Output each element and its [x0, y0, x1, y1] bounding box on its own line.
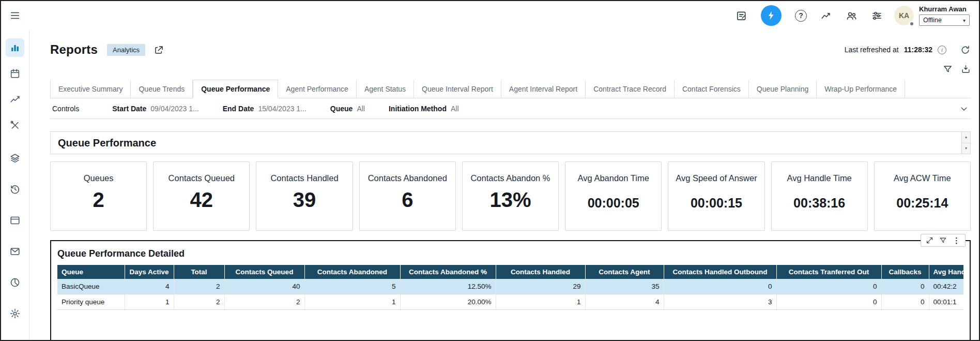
tab-agent-interval-report[interactable]: Agent Interval Report — [501, 80, 586, 98]
cell: 4 — [125, 279, 174, 294]
tab-executive-summary[interactable]: Executive Summary — [50, 80, 131, 98]
sidebar-item-reports[interactable] — [6, 38, 24, 57]
tab-queue-planning[interactable]: Queue Planning — [749, 80, 817, 98]
tab-queue-interval-report[interactable]: Queue Interval Report — [414, 80, 501, 98]
filter-button[interactable] — [943, 64, 953, 74]
collapse-controls-button[interactable] — [959, 104, 969, 113]
contacts-button[interactable] — [846, 10, 858, 22]
avatar[interactable]: KA — [894, 6, 914, 25]
control-start-date[interactable]: Start Date 09/04/2023 1... — [112, 105, 199, 113]
chevron-down-icon: ▾ — [963, 18, 966, 23]
tab-queue-trends[interactable]: Queue Trends — [131, 80, 193, 98]
cell: 4 — [585, 294, 664, 310]
last-refreshed-time: 11:28:32 — [904, 46, 932, 54]
cell: 29 — [496, 279, 585, 294]
kpi-label: Avg ACW Time — [894, 173, 951, 183]
refresh-icon — [960, 45, 971, 55]
help-button[interactable]: ? — [795, 10, 807, 22]
column-header[interactable]: Contacts Abandoned % — [400, 265, 496, 279]
settings-sliders-button[interactable] — [871, 10, 883, 22]
export-button[interactable] — [961, 64, 971, 74]
sidebar-item-metrics[interactable] — [6, 90, 24, 109]
trend-line-icon — [9, 94, 21, 105]
tab-contact-forensics[interactable]: Contact Forensics — [675, 80, 749, 98]
column-header[interactable]: Contacts Agent — [585, 265, 664, 279]
question-mark-icon: ? — [795, 10, 807, 22]
table-row-priority-queue[interactable]: Priority queue 1 2 2 1 20.00% 1 4 3 0 0 … — [57, 294, 963, 310]
sidebar-item-mail[interactable] — [6, 242, 24, 261]
kebab-icon: ⋮ — [953, 236, 960, 244]
sidebar-item-tools[interactable] — [6, 116, 24, 135]
kpi-avg-abandon-time: Avg Abandon Time 00:00:05 — [565, 161, 662, 231]
sidebar-item-layers[interactable] — [6, 149, 24, 168]
cell: 0 — [664, 279, 776, 294]
panel-menu-button[interactable]: ⋮ — [953, 236, 960, 244]
top-bar: ? KA Khurram Awan Offline ▾ — [1, 1, 979, 30]
cell: 00:01:1 — [929, 294, 963, 310]
column-header[interactable]: Contacts Handled — [496, 265, 585, 279]
status-indicator-dot — [909, 21, 914, 26]
column-header[interactable]: Contacts Queued — [224, 265, 304, 279]
tab-agent-status[interactable]: Agent Status — [357, 80, 414, 98]
kpi-contacts-queued: Contacts Queued 42 — [153, 161, 250, 231]
panel-filter-button[interactable] — [939, 236, 947, 244]
sidebar-item-window[interactable] — [6, 211, 24, 230]
kpi-label: Contacts Abandon % — [470, 173, 550, 183]
hamburger-icon — [9, 10, 21, 21]
page-header: Reports Analytics Last refreshed at 11:2… — [50, 40, 971, 59]
scroll-down-button[interactable]: ▾ — [962, 143, 970, 154]
filter-value: All — [451, 105, 459, 113]
tab-queue-performance[interactable]: Queue Performance — [193, 80, 278, 98]
quick-actions-button[interactable] — [761, 5, 782, 26]
cell: 35 — [585, 279, 664, 294]
column-header[interactable]: Avg Handl. — [929, 265, 963, 279]
status-select[interactable]: Offline ▾ — [919, 14, 970, 26]
sidebar-item-calendar[interactable] — [6, 64, 24, 83]
menu-button[interactable] — [9, 10, 21, 21]
sliders-icon — [871, 10, 883, 22]
column-header[interactable]: Callbacks — [881, 265, 929, 279]
kpi-value: 00:00:05 — [588, 196, 639, 211]
table-clip: Queue Days Active Total Contacts Queued … — [57, 265, 963, 310]
column-header[interactable]: Queue — [57, 265, 125, 279]
cell: 00:42:2 — [929, 279, 963, 294]
open-external-button[interactable] — [154, 45, 164, 55]
column-header[interactable]: Total — [174, 265, 224, 279]
left-sidebar — [1, 30, 29, 340]
control-end-date[interactable]: End Date 15/04/2023 1... — [223, 105, 307, 113]
line-chart-icon — [820, 10, 832, 22]
metrics-button[interactable] — [820, 10, 832, 22]
control-queue[interactable]: Queue All — [330, 105, 365, 113]
info-icon[interactable]: i — [938, 46, 946, 54]
app-window: ? KA Khurram Awan Offline ▾ — [0, 0, 980, 341]
sidebar-item-settings[interactable] — [6, 304, 24, 323]
section-scrollbar: ▴ ▾ — [961, 132, 970, 154]
kpi-value: 2 — [93, 188, 104, 212]
last-refreshed: Last refreshed at 11:28:32 i — [845, 45, 971, 55]
column-header[interactable]: Days Active — [125, 265, 174, 279]
scroll-up-button[interactable]: ▴ — [962, 132, 970, 143]
column-header[interactable]: Contacts Abandoned — [304, 265, 400, 279]
filter-value: All — [357, 105, 365, 113]
feedback-note-button[interactable] — [736, 10, 747, 22]
column-header[interactable]: Contacts Tranferred Out — [776, 265, 881, 279]
table-row-basicqueue[interactable]: BasicQueue 4 2 40 5 12.50% 29 35 0 0 0 0… — [57, 279, 963, 294]
tab-wrap-up-performance[interactable]: Wrap-Up Performance — [817, 80, 905, 98]
expand-button[interactable] — [926, 236, 933, 244]
cell: 0 — [776, 294, 881, 310]
tab-agent-performance[interactable]: Agent Performance — [278, 80, 357, 98]
calendar-icon — [9, 68, 21, 79]
column-header[interactable]: Contacts Handled Outbound — [664, 265, 776, 279]
refresh-button[interactable] — [960, 45, 971, 55]
pie-chart-icon — [9, 277, 21, 288]
cell: 12.50% — [400, 279, 496, 294]
sidebar-item-analytics[interactable] — [6, 273, 24, 292]
kpi-value: 42 — [190, 188, 213, 212]
cell: 2 — [224, 294, 304, 310]
control-initiation-method[interactable]: Initiation Method All — [389, 105, 459, 113]
tab-contract-trace-record[interactable]: Contract Trace Record — [586, 80, 675, 98]
report-toolbar — [50, 63, 971, 75]
sidebar-item-history[interactable] — [6, 180, 24, 199]
kpi-label: Avg Speed of Answer — [676, 173, 757, 183]
cell: BasicQueue — [57, 279, 125, 294]
